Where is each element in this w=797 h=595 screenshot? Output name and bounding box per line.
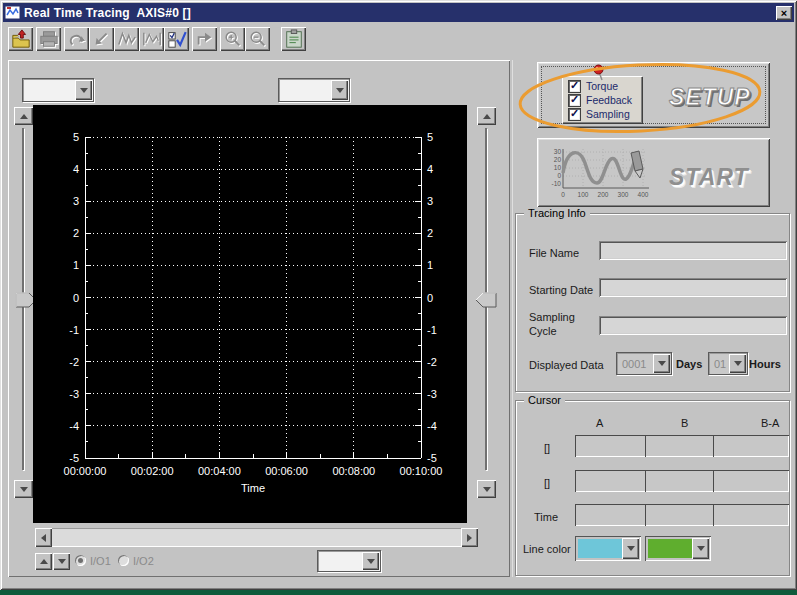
- right-scale-down-button[interactable]: [477, 480, 496, 498]
- arrow-up-icon: [483, 114, 491, 119]
- channel-combo-left[interactable]: [22, 78, 94, 102]
- import-button[interactable]: [89, 27, 114, 51]
- start-button[interactable]: 30 20 10 0 -10 0 100 200 300 400 START: [537, 138, 770, 207]
- cursor-col-a-label: A: [596, 417, 603, 429]
- line-color-combo-1-arrow[interactable]: [622, 538, 639, 559]
- zoom-out-button[interactable]: [245, 27, 270, 51]
- svg-text:3: 3: [73, 195, 79, 207]
- arrow-up-icon: [20, 114, 28, 119]
- displayed-days-combo-arrow[interactable]: [653, 354, 670, 373]
- trace-select-button[interactable]: [164, 27, 189, 51]
- wave-range-icon: [141, 29, 163, 49]
- zoom-in-icon: [222, 29, 244, 49]
- print-button[interactable]: [36, 27, 61, 51]
- svg-text:-4: -4: [69, 420, 79, 432]
- clipboard-button[interactable]: [281, 27, 306, 51]
- cursor-group: Cursor A B B-A [] [] Time Line color: [515, 400, 790, 576]
- displayed-hours-combo[interactable]: 01: [708, 352, 748, 375]
- cursor-time-label: Time: [534, 511, 558, 523]
- displayed-hours-combo-arrow[interactable]: [729, 354, 746, 373]
- file-name-field[interactable]: [599, 241, 787, 260]
- svg-text:-5: -5: [69, 452, 79, 464]
- svg-text:-10: -10: [552, 180, 562, 187]
- svg-text:00:08:00: 00:08:00: [332, 465, 375, 477]
- zoom-in-button[interactable]: [220, 27, 245, 51]
- io-up-button[interactable]: [35, 553, 52, 570]
- checkbox-box[interactable]: ✓: [568, 108, 581, 121]
- hours-label: Hours: [749, 358, 781, 370]
- channel-combo-left-arrow[interactable]: [75, 80, 92, 100]
- report-icon: [66, 29, 88, 49]
- displayed-days-combo[interactable]: 0001: [616, 352, 672, 375]
- radio-io1[interactable]: [75, 555, 86, 566]
- file-name-label: File Name: [529, 247, 579, 259]
- channel-combo-right[interactable]: [278, 78, 350, 102]
- chevron-down-icon: [734, 361, 742, 366]
- left-scale-down-button[interactable]: [14, 480, 33, 498]
- hscroll-right-button[interactable]: [461, 528, 478, 547]
- svg-text:00:00:00: 00:00:00: [64, 465, 107, 477]
- open-folder-icon: [10, 29, 32, 49]
- chevron-down-icon: [697, 546, 705, 551]
- arrow-down-icon: [58, 559, 66, 564]
- channel-combo-right-arrow[interactable]: [331, 80, 348, 100]
- radio-io1-label: I/O1: [90, 555, 111, 567]
- svg-text:-2: -2: [69, 356, 79, 368]
- svg-text:100: 100: [578, 191, 589, 198]
- svg-text:-4: -4: [427, 420, 437, 432]
- svg-text:-3: -3: [427, 388, 437, 400]
- clipboard-icon: [283, 29, 305, 49]
- svg-text:200: 200: [598, 191, 609, 198]
- jump-button[interactable]: [192, 27, 217, 51]
- chart-panel: 554433221100-1-1-2-2-3-3-4-4-5-500:00:00…: [8, 60, 510, 577]
- hscroll-left-button[interactable]: [35, 528, 52, 547]
- check-icon: ✓: [570, 81, 579, 90]
- hscroll-track[interactable]: [52, 528, 461, 547]
- tracing-info-title: Tracing Info: [524, 207, 590, 219]
- svg-text:400: 400: [638, 191, 649, 198]
- line-color-combo-2[interactable]: [645, 536, 711, 561]
- checkbox-sampling[interactable]: ✓ Sampling: [568, 108, 630, 120]
- radio-io2[interactable]: [118, 555, 129, 566]
- svg-text:-1: -1: [427, 324, 437, 336]
- chevron-down-icon: [658, 361, 666, 366]
- right-scale-up-button[interactable]: [477, 107, 496, 125]
- setup-button-label: SETUP: [669, 84, 751, 111]
- io-combo-arrow[interactable]: [362, 552, 379, 570]
- left-scale-up-button[interactable]: [14, 107, 33, 125]
- setup-button[interactable]: ✓ Torque ✓ Feedback ✓ Sampling SETUP: [537, 62, 770, 128]
- checkbox-box[interactable]: ✓: [568, 80, 581, 93]
- wave-button[interactable]: [114, 27, 139, 51]
- svg-text:-3: -3: [69, 388, 79, 400]
- close-button[interactable]: ×: [776, 6, 792, 20]
- svg-text:1: 1: [73, 259, 79, 271]
- line-color-combo-2-arrow[interactable]: [692, 538, 709, 559]
- checkbox-feedback-label: Feedback: [586, 94, 632, 106]
- cursor-col-ba-label: B-A: [761, 417, 779, 429]
- checkbox-box[interactable]: ✓: [568, 94, 581, 107]
- chevron-down-icon: [336, 88, 344, 93]
- app-icon: [5, 6, 20, 19]
- svg-text:00:10:00: 00:10:00: [400, 465, 443, 477]
- print-icon: [38, 29, 60, 49]
- cursor-value-box: [645, 504, 717, 526]
- svg-text:-2: -2: [427, 356, 437, 368]
- report-button[interactable]: [64, 27, 89, 51]
- svg-text:30: 30: [554, 148, 562, 155]
- starting-date-field[interactable]: [599, 278, 787, 297]
- line-color-combo-1[interactable]: [575, 536, 641, 561]
- io-combo[interactable]: [317, 550, 381, 572]
- open-folder-button[interactable]: [8, 27, 33, 51]
- desktop-strip: [0, 590, 797, 595]
- sampling-cycle-field[interactable]: [599, 316, 787, 335]
- svg-text:20: 20: [554, 156, 562, 163]
- sampling-cycle-label-line2: Cycle: [529, 325, 557, 337]
- radio-io2-label: I/O2: [133, 555, 154, 567]
- io-down-button[interactable]: [53, 553, 70, 570]
- checkbox-feedback[interactable]: ✓ Feedback: [568, 94, 632, 106]
- right-scale-slider-thumb[interactable]: [474, 292, 497, 309]
- wave-range-button[interactable]: [139, 27, 164, 51]
- arrow-down-icon: [483, 487, 491, 492]
- line-color-label: Line color: [523, 543, 571, 555]
- chart-svg: 554433221100-1-1-2-2-3-3-4-4-5-500:00:00…: [33, 105, 467, 523]
